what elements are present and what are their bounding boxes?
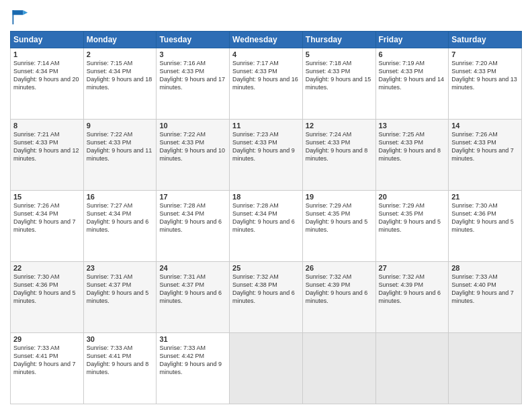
day-info: Sunrise: 7:32 AMSunset: 4:38 PMDaylight:… bbox=[232, 273, 300, 306]
day-cell: 12Sunrise: 7:24 AMSunset: 4:33 PMDayligh… bbox=[302, 120, 375, 191]
svg-marker-1 bbox=[13, 10, 24, 15]
day-number: 26 bbox=[306, 264, 373, 272]
day-cell: 19Sunrise: 7:29 AMSunset: 4:35 PMDayligh… bbox=[302, 191, 375, 262]
day-info: Sunrise: 7:28 AMSunset: 4:34 PMDaylight:… bbox=[232, 201, 300, 234]
day-info: Sunrise: 7:28 AMSunset: 4:34 PMDaylight:… bbox=[159, 201, 226, 234]
day-cell bbox=[230, 333, 303, 404]
header bbox=[10, 7, 522, 26]
day-number: 22 bbox=[13, 264, 81, 272]
logo bbox=[10, 7, 32, 26]
week-row-5: 29Sunrise: 7:33 AMSunset: 4:41 PMDayligh… bbox=[11, 333, 522, 404]
day-info: Sunrise: 7:17 AMSunset: 4:33 PMDaylight:… bbox=[232, 59, 300, 92]
day-info: Sunrise: 7:25 AMSunset: 4:33 PMDaylight:… bbox=[379, 130, 446, 163]
col-header-wednesday: Wednesday bbox=[230, 32, 303, 48]
day-cell bbox=[302, 333, 375, 404]
day-info: Sunrise: 7:29 AMSunset: 4:35 PMDaylight:… bbox=[306, 201, 373, 234]
day-info: Sunrise: 7:18 AMSunset: 4:33 PMDaylight:… bbox=[306, 59, 373, 92]
day-cell: 17Sunrise: 7:28 AMSunset: 4:34 PMDayligh… bbox=[157, 191, 230, 262]
day-number: 3 bbox=[159, 50, 226, 58]
day-info: Sunrise: 7:22 AMSunset: 4:33 PMDaylight:… bbox=[87, 130, 154, 163]
day-cell: 2Sunrise: 7:15 AMSunset: 4:34 PMDaylight… bbox=[83, 48, 157, 120]
day-number: 8 bbox=[13, 122, 81, 130]
day-info: Sunrise: 7:24 AMSunset: 4:33 PMDaylight:… bbox=[306, 130, 373, 163]
day-cell: 7Sunrise: 7:20 AMSunset: 4:33 PMDaylight… bbox=[449, 48, 522, 120]
day-cell: 4Sunrise: 7:17 AMSunset: 4:33 PMDaylight… bbox=[230, 48, 303, 120]
day-number: 6 bbox=[379, 50, 446, 58]
day-cell: 29Sunrise: 7:33 AMSunset: 4:41 PMDayligh… bbox=[11, 333, 84, 404]
day-cell: 26Sunrise: 7:32 AMSunset: 4:39 PMDayligh… bbox=[302, 262, 375, 333]
day-cell: 5Sunrise: 7:18 AMSunset: 4:33 PMDaylight… bbox=[302, 48, 375, 120]
day-cell: 20Sunrise: 7:29 AMSunset: 4:35 PMDayligh… bbox=[375, 191, 449, 262]
col-header-sunday: Sunday bbox=[11, 32, 84, 48]
day-number: 13 bbox=[379, 122, 446, 130]
day-info: Sunrise: 7:33 AMSunset: 4:41 PMDaylight:… bbox=[87, 344, 154, 377]
day-number: 15 bbox=[13, 193, 81, 201]
day-info: Sunrise: 7:33 AMSunset: 4:40 PMDaylight:… bbox=[451, 273, 519, 306]
day-info: Sunrise: 7:27 AMSunset: 4:34 PMDaylight:… bbox=[87, 201, 154, 234]
day-number: 20 bbox=[379, 193, 446, 201]
day-info: Sunrise: 7:31 AMSunset: 4:37 PMDaylight:… bbox=[87, 273, 154, 306]
day-number: 7 bbox=[451, 50, 519, 58]
day-cell: 31Sunrise: 7:33 AMSunset: 4:42 PMDayligh… bbox=[157, 333, 230, 404]
day-cell: 22Sunrise: 7:30 AMSunset: 4:36 PMDayligh… bbox=[11, 262, 84, 333]
day-number: 28 bbox=[451, 264, 519, 272]
day-info: Sunrise: 7:26 AMSunset: 4:33 PMDaylight:… bbox=[451, 130, 519, 163]
day-info: Sunrise: 7:19 AMSunset: 4:33 PMDaylight:… bbox=[379, 59, 446, 92]
day-cell: 24Sunrise: 7:31 AMSunset: 4:37 PMDayligh… bbox=[157, 262, 230, 333]
day-number: 11 bbox=[232, 122, 300, 130]
day-number: 19 bbox=[306, 193, 373, 201]
day-number: 2 bbox=[87, 50, 154, 58]
day-cell bbox=[375, 333, 449, 404]
day-number: 1 bbox=[13, 50, 81, 58]
day-number: 31 bbox=[159, 335, 226, 343]
day-cell: 16Sunrise: 7:27 AMSunset: 4:34 PMDayligh… bbox=[83, 191, 157, 262]
day-cell: 15Sunrise: 7:26 AMSunset: 4:34 PMDayligh… bbox=[11, 191, 84, 262]
day-info: Sunrise: 7:16 AMSunset: 4:33 PMDaylight:… bbox=[159, 59, 226, 92]
col-header-tuesday: Tuesday bbox=[157, 32, 230, 48]
day-cell: 9Sunrise: 7:22 AMSunset: 4:33 PMDaylight… bbox=[83, 120, 157, 191]
day-cell bbox=[449, 333, 522, 404]
day-number: 14 bbox=[451, 122, 519, 130]
day-number: 18 bbox=[232, 193, 300, 201]
day-number: 27 bbox=[379, 264, 446, 272]
day-cell: 14Sunrise: 7:26 AMSunset: 4:33 PMDayligh… bbox=[449, 120, 522, 191]
page: SundayMondayTuesdayWednesdayThursdayFrid… bbox=[0, 0, 532, 411]
col-header-thursday: Thursday bbox=[302, 32, 375, 48]
header-row: SundayMondayTuesdayWednesdayThursdayFrid… bbox=[11, 32, 522, 48]
day-info: Sunrise: 7:20 AMSunset: 4:33 PMDaylight:… bbox=[451, 59, 519, 92]
day-info: Sunrise: 7:30 AMSunset: 4:36 PMDaylight:… bbox=[13, 273, 81, 306]
day-number: 30 bbox=[87, 335, 154, 343]
day-number: 9 bbox=[87, 122, 154, 130]
day-cell: 27Sunrise: 7:32 AMSunset: 4:39 PMDayligh… bbox=[375, 262, 449, 333]
day-info: Sunrise: 7:33 AMSunset: 4:41 PMDaylight:… bbox=[13, 344, 81, 377]
day-cell: 11Sunrise: 7:23 AMSunset: 4:33 PMDayligh… bbox=[230, 120, 303, 191]
day-info: Sunrise: 7:33 AMSunset: 4:42 PMDaylight:… bbox=[159, 344, 226, 377]
day-number: 24 bbox=[159, 264, 226, 272]
day-info: Sunrise: 7:26 AMSunset: 4:34 PMDaylight:… bbox=[13, 201, 81, 234]
week-row-2: 8Sunrise: 7:21 AMSunset: 4:33 PMDaylight… bbox=[11, 120, 522, 191]
day-cell: 1Sunrise: 7:14 AMSunset: 4:34 PMDaylight… bbox=[11, 48, 84, 120]
day-number: 29 bbox=[13, 335, 81, 343]
day-number: 4 bbox=[232, 50, 300, 58]
day-cell: 6Sunrise: 7:19 AMSunset: 4:33 PMDaylight… bbox=[375, 48, 449, 120]
week-row-3: 15Sunrise: 7:26 AMSunset: 4:34 PMDayligh… bbox=[11, 191, 522, 262]
day-info: Sunrise: 7:14 AMSunset: 4:34 PMDaylight:… bbox=[13, 59, 81, 92]
week-row-4: 22Sunrise: 7:30 AMSunset: 4:36 PMDayligh… bbox=[11, 262, 522, 333]
day-info: Sunrise: 7:30 AMSunset: 4:36 PMDaylight:… bbox=[451, 201, 519, 234]
day-cell: 8Sunrise: 7:21 AMSunset: 4:33 PMDaylight… bbox=[11, 120, 84, 191]
day-number: 17 bbox=[159, 193, 226, 201]
logo-icon bbox=[10, 7, 29, 26]
day-info: Sunrise: 7:31 AMSunset: 4:37 PMDaylight:… bbox=[159, 273, 226, 306]
calendar-table: SundayMondayTuesdayWednesdayThursdayFrid… bbox=[10, 31, 522, 404]
svg-rect-3 bbox=[13, 10, 14, 24]
day-number: 23 bbox=[87, 264, 154, 272]
day-number: 16 bbox=[87, 193, 154, 201]
day-cell: 23Sunrise: 7:31 AMSunset: 4:37 PMDayligh… bbox=[83, 262, 157, 333]
day-number: 5 bbox=[306, 50, 373, 58]
day-info: Sunrise: 7:15 AMSunset: 4:34 PMDaylight:… bbox=[87, 59, 154, 92]
day-cell: 10Sunrise: 7:22 AMSunset: 4:33 PMDayligh… bbox=[157, 120, 230, 191]
col-header-saturday: Saturday bbox=[449, 32, 522, 48]
day-cell: 13Sunrise: 7:25 AMSunset: 4:33 PMDayligh… bbox=[375, 120, 449, 191]
day-info: Sunrise: 7:23 AMSunset: 4:33 PMDaylight:… bbox=[232, 130, 300, 163]
day-info: Sunrise: 7:29 AMSunset: 4:35 PMDaylight:… bbox=[379, 201, 446, 234]
